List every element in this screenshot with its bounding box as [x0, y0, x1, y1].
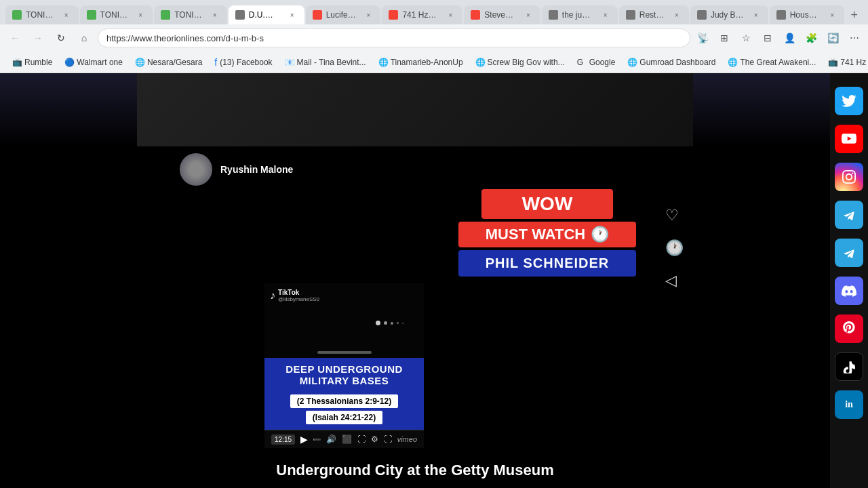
dot-1 — [376, 321, 380, 325]
tab-favicon-6 — [389, 10, 398, 20]
extensions-icon[interactable]: 🧩 — [803, 30, 819, 46]
rumble-favicon: 📺 — [12, 58, 22, 67]
vimeo-label: vimeo — [397, 435, 417, 443]
menu-icon[interactable]: ⋯ — [846, 30, 863, 46]
tab-close-6[interactable]: × — [445, 9, 456, 20]
tab-close-9[interactable]: × — [671, 9, 682, 20]
telegram-button-2[interactable] — [835, 239, 863, 267]
settings-icon[interactable]: ⚙ — [371, 434, 378, 444]
tab-tonight-1[interactable]: TONIGHT × — [5, 5, 79, 24]
bookmark-nesara-label: Nesara/Gesara — [147, 58, 202, 67]
bookmark-gumroad[interactable]: 🌐 Gumroad Dashboard — [622, 55, 721, 70]
bookmark-facebook[interactable]: f (13) Facebook — [209, 54, 277, 70]
youtube-button[interactable] — [835, 125, 863, 153]
tiktok-logo-area: ♪ TikTok @lilsbymaneSS0 — [270, 289, 319, 302]
tab-741hz[interactable]: 741 Hz Re... × — [382, 5, 462, 24]
tab-lucifer[interactable]: Lucifer &... × — [306, 5, 381, 24]
social-sidebar: in — [830, 73, 868, 488]
tab-restored[interactable]: Restored × — [619, 5, 689, 24]
action-icons-container: ♡ 🕐 ◁ — [665, 207, 684, 289]
verse-2: (Isaiah 24:21-22) — [306, 411, 382, 424]
tab-close-10[interactable]: × — [751, 9, 762, 20]
linkedin-button[interactable]: in — [835, 390, 863, 419]
play-button[interactable]: ▶ — [300, 434, 308, 445]
player-controls: 12:15 ▶ 🔊 ⬛ ⛶ ⚙ ⛶ vimeo — [264, 430, 424, 448]
address-bar[interactable]: https://www.theorionlines.com/d-u-m-b-s — [98, 28, 690, 47]
instagram-button[interactable] — [835, 163, 863, 191]
twitter-button[interactable] — [835, 87, 863, 115]
bookmark-star-icon[interactable]: ☆ — [738, 30, 754, 46]
tab-judy-byin[interactable]: Judy Byin... × — [690, 5, 768, 24]
tab-close-2[interactable]: × — [135, 9, 146, 20]
fullscreen-icon[interactable]: ⛶ — [384, 434, 392, 444]
bookmark-rumble[interactable]: 📺 Rumble — [7, 55, 58, 70]
must-watch-text: MUST WATCH — [486, 226, 585, 243]
tab-close-3[interactable]: × — [210, 9, 220, 20]
tab-close-1[interactable]: × — [61, 9, 72, 20]
tab-label-9: Restored — [639, 10, 665, 20]
tab-close-11[interactable]: × — [827, 9, 837, 20]
wow-label: WOW — [481, 189, 614, 219]
tab-label-3: TONIGHT — [174, 10, 203, 20]
tab-tonight-2[interactable]: TONIGHT × — [80, 5, 153, 24]
watch-later-icon[interactable]: 🕐 — [665, 239, 684, 257]
tab-close-8[interactable]: × — [600, 9, 611, 20]
nesara-favicon: 🌐 — [135, 58, 144, 67]
navigation-bar: ← → ↻ ⌂ https://www.theorionlines.com/d-… — [0, 24, 868, 52]
clock-icon: 🕐 — [591, 226, 609, 243]
progress-bar[interactable] — [313, 439, 321, 441]
bookmark-google[interactable]: G Google — [572, 55, 621, 70]
tab-steven[interactable]: Steven D... × — [464, 5, 540, 24]
reload-button[interactable]: ↻ — [52, 28, 71, 47]
bookmark-mail[interactable]: 📧 Mail - Tina Bevint... — [279, 55, 372, 70]
tab-label-6: 741 Hz Re... — [402, 10, 438, 20]
telegram-button-1[interactable] — [835, 201, 863, 229]
bookmark-screw[interactable]: 🌐 Screw Big Gov with... — [470, 55, 570, 70]
reader-mode-icon[interactable]: ⊞ — [716, 30, 732, 46]
linkedin-text: in — [845, 399, 853, 410]
discord-button[interactable] — [835, 277, 863, 305]
tab-close-4[interactable]: × — [287, 9, 298, 20]
bookmark-mail-label: Mail - Tina Bevint... — [297, 58, 366, 67]
tiktok-social-button[interactable] — [835, 352, 863, 381]
avatar-image — [180, 153, 212, 186]
forward-button[interactable]: → — [28, 28, 47, 47]
bookmark-screw-label: Screw Big Gov with... — [488, 58, 565, 67]
bookmark-google-label: Google — [589, 58, 616, 67]
bookmark-741hz[interactable]: 📺 741 Hz Remove Tox... — [823, 55, 868, 70]
like-icon[interactable]: ♡ — [665, 207, 684, 224]
split-view-icon[interactable]: ⊟ — [760, 30, 776, 46]
dot-2 — [384, 321, 387, 325]
captions-icon[interactable]: ⬛ — [342, 434, 352, 444]
tab-tonight-3[interactable]: TONIGHT × — [154, 5, 227, 24]
sync-icon[interactable]: 🔄 — [825, 30, 841, 46]
tab-judy[interactable]: the judy [... × — [542, 5, 618, 24]
dot-5 — [402, 323, 403, 324]
browser-window: TONIGHT × TONIGHT × TONIGHT × D.U.M.B...… — [0, 0, 868, 488]
pip-icon[interactable]: ⛶ — [357, 434, 366, 444]
bookmark-tina[interactable]: 🌐 Tinamarieb-AnonUp — [373, 55, 469, 70]
home-button[interactable]: ⌂ — [75, 28, 94, 47]
share-icon[interactable]: ◁ — [665, 272, 684, 289]
volume-icon[interactable]: 🔊 — [326, 434, 336, 444]
tab-close-5[interactable]: × — [363, 9, 374, 20]
tab-close-7[interactable]: × — [523, 9, 534, 20]
tab-house[interactable]: House G... × — [770, 5, 845, 24]
new-tab-button[interactable]: + — [846, 5, 863, 24]
profile-icon[interactable]: 👤 — [781, 30, 797, 46]
address-url: https://www.theorionlines.com/d-u-m-b-s — [106, 33, 682, 43]
must-watch-label: MUST WATCH 🕐 — [458, 222, 636, 247]
tab-favicon-5 — [313, 10, 322, 20]
pinterest-button[interactable] — [835, 314, 863, 343]
nav-icons: 📡 ⊞ ☆ ⊟ 👤 🧩 🔄 ⋯ — [694, 30, 863, 46]
bookmark-great-awakening[interactable]: 🌐 The Great Awakeni... — [722, 55, 821, 70]
bookmark-nesara[interactable]: 🌐 Nesara/Gesara — [130, 55, 208, 70]
screw-favicon: 🌐 — [475, 58, 485, 67]
video-content-dots — [376, 321, 403, 325]
tab-label-5: Lucifer &... — [326, 10, 357, 20]
cast-icon[interactable]: 📡 — [694, 30, 711, 46]
bookmark-walmart[interactable]: 🔵 Walmart one — [59, 55, 128, 70]
tiktok-thumbnail-area: ♪ TikTok @lilsbymaneSS0 — [264, 283, 424, 358]
tab-dumb[interactable]: D.U.M.B.... × — [229, 5, 304, 24]
back-button[interactable]: ← — [5, 28, 24, 47]
